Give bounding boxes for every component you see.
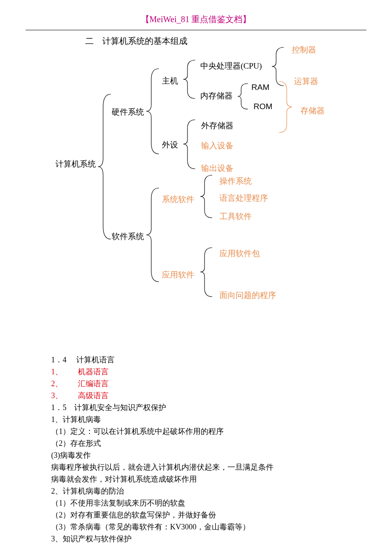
- node-os: 操作系统: [219, 175, 252, 188]
- line-1-4: 1．4 计算机语言: [51, 354, 341, 366]
- node-periph: 外设: [162, 139, 178, 151]
- line-asm-lang: 2、 汇编语言: [51, 378, 341, 390]
- node-app-sw: 应用软件: [162, 269, 194, 281]
- node-host: 主机: [162, 75, 178, 87]
- line-high-lang: 3、 高级语言: [51, 390, 341, 402]
- line-desc1: 病毒程序被执行以后，就会进入计算机内潜伏起来，一旦满足条件: [51, 462, 341, 473]
- node-app-pack: 应用软件包: [219, 248, 260, 260]
- line-attack: (3)病毒发作: [51, 450, 341, 461]
- line-machine-lang: 1、 机器语言: [51, 366, 341, 378]
- body-text: 1．4 计算机语言 1、 机器语言 2、 汇编语言 3、 高级语言 1．5 计算…: [51, 354, 341, 545]
- node-mem-in: 内存储器: [200, 90, 233, 102]
- bracket-periph: [183, 120, 198, 169]
- node-software: 软件系统: [112, 231, 144, 243]
- page-footer: 【MeiWei_81 重点借鉴文档】: [0, 545, 392, 555]
- line-def: （1）定义：可以在计算机系统中起破坏作用的程序: [51, 426, 341, 437]
- node-controller: 控制器: [292, 44, 316, 56]
- bracket-ram: [238, 84, 251, 109]
- page-header: 【MeiWei_81 重点借鉴文档】: [26, 0, 366, 30]
- node-rom: ROM: [254, 101, 272, 113]
- section-title: 二 计算机系统的基本组成: [85, 35, 392, 47]
- node-ext-storage: 外存储器: [201, 120, 233, 132]
- bracket-storage: [279, 81, 297, 133]
- node-tool-sw: 工具软件: [219, 211, 252, 223]
- bracket-hw: [146, 69, 163, 154]
- node-storage: 存储器: [300, 105, 325, 117]
- line-p2: （2）对存有重要信息的软盘写保护，并做好备份: [51, 509, 341, 521]
- line-p3: （3）常杀病毒（常见的毒软件有：KV3000，金山毒霸等）: [51, 521, 341, 533]
- bracket-cpu: [272, 47, 287, 86]
- line-virus: 1、计算机病毒: [51, 414, 341, 425]
- node-cpu: 中央处理器(CPU): [200, 60, 262, 72]
- node-root: 计算机系统: [55, 158, 96, 171]
- line-desc2: 病毒就会发作，对计算机系统造成破坏作用: [51, 474, 341, 485]
- node-input-dev: 输入设备: [201, 140, 233, 152]
- diagram: 计算机系统 硬件系统 软件系统 主机 外设 中央处理器(CPU) 内存储器 RA…: [26, 47, 366, 303]
- node-alu: 运算器: [294, 75, 318, 88]
- node-sys-sw: 系统软件: [162, 194, 194, 206]
- line-1-5: 1．5 计算机安全与知识产权保护: [51, 402, 341, 413]
- bracket-sw: [146, 188, 163, 282]
- bracket-appsw: [200, 248, 215, 297]
- node-ram: RAM: [251, 81, 269, 94]
- line-form: （2）存在形式: [51, 438, 341, 449]
- line-prevent: 2、计算机病毒的防治: [51, 486, 341, 497]
- node-hardware: 硬件系统: [112, 106, 144, 119]
- bracket-host: [183, 60, 198, 98]
- bracket-syssw: [200, 175, 215, 218]
- node-prob-prog: 面向问题的程序: [219, 289, 276, 302]
- node-output-dev: 输出设备: [201, 162, 233, 175]
- node-lang-proc: 语言处理程序: [219, 192, 268, 205]
- line-ip: 3、知识产权与软件保护: [51, 533, 341, 545]
- line-p1: （1）不使用非法复制或来历不明的软盘: [51, 497, 341, 509]
